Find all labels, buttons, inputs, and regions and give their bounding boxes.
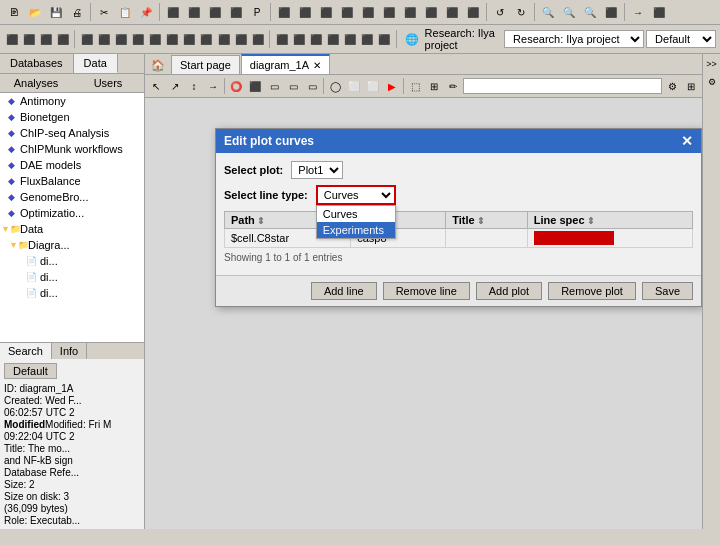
- tb2-icon-10[interactable]: ⬛: [165, 29, 180, 49]
- diag-btn-arrow[interactable]: ↖: [147, 77, 165, 95]
- tb-icon-5[interactable]: ✂: [94, 2, 114, 22]
- tb-icon-26[interactable]: 🔍: [559, 2, 579, 22]
- tree-item-diagrams[interactable]: ▼📁 Diagra...: [0, 237, 144, 253]
- tab-close-icon[interactable]: ✕: [313, 60, 321, 71]
- add-line-button[interactable]: Add line: [311, 282, 377, 300]
- tb-icon-6[interactable]: 📋: [115, 2, 135, 22]
- tb2-icon-6[interactable]: ⬛: [96, 29, 111, 49]
- diag-settings-icon[interactable]: ⚙: [663, 77, 681, 95]
- tb2-icon-9[interactable]: ⬛: [148, 29, 163, 49]
- tb2-icon-21[interactable]: ⬛: [360, 29, 375, 49]
- strip-btn-1[interactable]: >>: [704, 56, 720, 72]
- research-select[interactable]: Research: Ilya project: [504, 30, 644, 48]
- tb-icon-27[interactable]: 🔍: [580, 2, 600, 22]
- add-plot-button[interactable]: Add plot: [476, 282, 542, 300]
- tb-icon-20[interactable]: ⬛: [421, 2, 441, 22]
- tb-icon-10[interactable]: ⬛: [205, 2, 225, 22]
- diag-btn-play[interactable]: ▶: [383, 77, 401, 95]
- tb-icon-19[interactable]: ⬛: [400, 2, 420, 22]
- diag-btn-pen[interactable]: ✏: [444, 77, 462, 95]
- diag-btn-11[interactable]: ⬜: [345, 77, 363, 95]
- tree-item-fluxbalance[interactable]: ◆ FluxBalance: [0, 173, 144, 189]
- modal-close-button[interactable]: ✕: [681, 133, 693, 149]
- diag-expand-icon[interactable]: ⊞: [682, 77, 700, 95]
- tb-icon-8[interactable]: ⬛: [163, 2, 183, 22]
- diag-btn-3[interactable]: ↕: [185, 77, 203, 95]
- tb2-icon-3[interactable]: ⬛: [38, 29, 53, 49]
- tab-info[interactable]: Info: [52, 343, 87, 359]
- tb-icon-21[interactable]: ⬛: [442, 2, 462, 22]
- tb-icon-28[interactable]: ⬛: [601, 2, 621, 22]
- tb2-icon-18[interactable]: ⬛: [308, 29, 323, 49]
- remove-plot-button[interactable]: Remove plot: [548, 282, 636, 300]
- diag-btn-6[interactable]: ⬛: [246, 77, 264, 95]
- tb-icon-13[interactable]: ⬛: [274, 2, 294, 22]
- tree-item-chipseq[interactable]: ◆ ChIP-seq Analysis: [0, 125, 144, 141]
- tb2-icon-22[interactable]: ⬛: [377, 29, 392, 49]
- tb-icon-23[interactable]: ↺: [490, 2, 510, 22]
- tb2-icon-14[interactable]: ⬛: [233, 29, 248, 49]
- tree-item-di1[interactable]: 📄 di...: [0, 253, 144, 269]
- diag-btn-8[interactable]: ▭: [284, 77, 302, 95]
- tb-icon-4[interactable]: 🖨: [67, 2, 87, 22]
- dropdown-item-experiments[interactable]: Experiments: [317, 222, 395, 238]
- tab-users[interactable]: Users: [72, 74, 144, 92]
- tb2-icon-17[interactable]: ⬛: [291, 29, 306, 49]
- tree-item-di3[interactable]: 📄 di...: [0, 285, 144, 301]
- tb-icon-15[interactable]: ⬛: [316, 2, 336, 22]
- tb-icon-29[interactable]: →: [628, 2, 648, 22]
- tab-diagram-1a[interactable]: diagram_1A ✕: [241, 54, 330, 74]
- tree-item-genomebro[interactable]: ◆ GenomeBro...: [0, 189, 144, 205]
- save-button[interactable]: Save: [642, 282, 693, 300]
- line-type-select[interactable]: Curves: [316, 185, 396, 205]
- default-button[interactable]: Default: [4, 363, 57, 379]
- tb-icon-12[interactable]: P: [247, 2, 267, 22]
- tb-icon-16[interactable]: ⬛: [337, 2, 357, 22]
- tb2-icon-15[interactable]: ⬛: [250, 29, 265, 49]
- tree-item-antimony[interactable]: ◆ Antimony: [0, 93, 144, 109]
- tab-search[interactable]: Search: [0, 343, 52, 359]
- tb2-icon-7[interactable]: ⬛: [113, 29, 128, 49]
- tb2-icon-4[interactable]: ⬛: [55, 29, 70, 49]
- dropdown-item-curves[interactable]: Curves: [317, 206, 395, 222]
- tb-icon-22[interactable]: ⬛: [463, 2, 483, 22]
- remove-line-button[interactable]: Remove line: [383, 282, 470, 300]
- tb-icon-1[interactable]: 🖹: [4, 2, 24, 22]
- tree-item-bionetgen[interactable]: ◆ Bionetgen: [0, 109, 144, 125]
- diag-btn-9[interactable]: ▭: [303, 77, 321, 95]
- col-title[interactable]: Title: [446, 212, 528, 229]
- diag-btn-10[interactable]: ◯: [326, 77, 344, 95]
- tb-icon-9[interactable]: ⬛: [184, 2, 204, 22]
- col-linespec[interactable]: Line spec: [527, 212, 692, 229]
- tb-icon-24[interactable]: ↻: [511, 2, 531, 22]
- strip-btn-2[interactable]: ⚙: [704, 74, 720, 90]
- tree-item-di2[interactable]: 📄 di...: [0, 269, 144, 285]
- tb2-icon-12[interactable]: ⬛: [199, 29, 214, 49]
- tab-databases[interactable]: Databases: [0, 54, 74, 73]
- diag-btn-grid[interactable]: ⬚: [406, 77, 424, 95]
- tree-item-data[interactable]: ▼📁 Data: [0, 221, 144, 237]
- diagram-search-input[interactable]: [463, 78, 662, 94]
- tb-icon-2[interactable]: 📂: [25, 2, 45, 22]
- diag-btn-12[interactable]: ⬜: [364, 77, 382, 95]
- tree-item-chipmunk[interactable]: ◆ ChIPMunk workflows: [0, 141, 144, 157]
- diag-btn-5[interactable]: ⭕: [227, 77, 245, 95]
- tb-icon-14[interactable]: ⬛: [295, 2, 315, 22]
- tb2-icon-13[interactable]: ⬛: [216, 29, 231, 49]
- tb2-icon-8[interactable]: ⬛: [131, 29, 146, 49]
- tb2-icon-19[interactable]: ⬛: [325, 29, 340, 49]
- tb2-icon-16[interactable]: ⬛: [274, 29, 289, 49]
- tb-icon-30[interactable]: ⬛: [649, 2, 669, 22]
- diag-btn-2[interactable]: ↗: [166, 77, 184, 95]
- tab-data[interactable]: Data: [74, 54, 118, 73]
- tree-item-optimization[interactable]: ◆ Optimizatio...: [0, 205, 144, 221]
- tb-icon-3[interactable]: 💾: [46, 2, 66, 22]
- diag-btn-table[interactable]: ⊞: [425, 77, 443, 95]
- diag-btn-4[interactable]: →: [204, 77, 222, 95]
- tb-icon-7[interactable]: 📌: [136, 2, 156, 22]
- tab-analyses[interactable]: Analyses: [0, 74, 72, 92]
- tree-item-dae[interactable]: ◆ DAE models: [0, 157, 144, 173]
- tb2-icon-1[interactable]: ⬛: [4, 29, 19, 49]
- tb-icon-18[interactable]: ⬛: [379, 2, 399, 22]
- tb-icon-11[interactable]: ⬛: [226, 2, 246, 22]
